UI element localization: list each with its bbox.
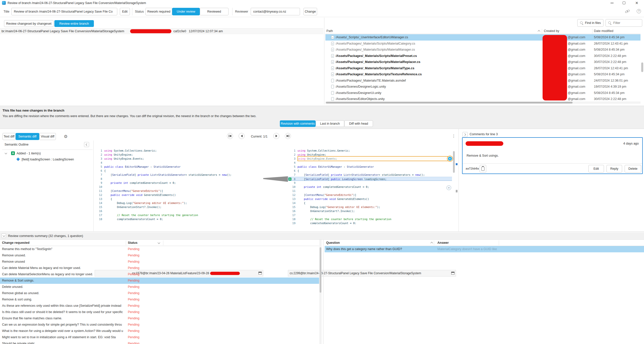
status-option-reviewed[interactable]: Reviewed <box>200 8 229 15</box>
code-line[interactable]: 10 private int completedGeneratorsCount … <box>288 185 452 189</box>
file-row[interactable]: c/Assets/Packages/_Materials/Scripts/Mat… <box>325 59 640 65</box>
code-vscrollbar[interactable] <box>453 149 455 226</box>
link-icon[interactable] <box>625 9 630 14</box>
code-line[interactable]: 4 <box>95 161 263 165</box>
summary-row[interactable]: Remove & Sort usings.Pending <box>0 278 319 284</box>
summary-row[interactable]: Remove unused.Pending <box>0 252 319 259</box>
code-line[interactable]: 11 [ContextMenu("GenerateEditorUi")] <box>95 189 263 193</box>
code-line[interactable]: 12 public override void GenerateUiElemen… <box>95 193 263 197</box>
summary-row[interactable]: Can delete MaterialSelectionMenu as lega… <box>0 271 319 278</box>
collapse-outline-button[interactable] <box>84 142 89 147</box>
code-line[interactable]: 7 [SerializeField] private List<StaticUi… <box>288 173 452 177</box>
close-button[interactable]: ✕ <box>635 0 638 6</box>
code-line[interactable]: 1using System.Collections.Generic; <box>288 149 452 153</box>
code-line[interactable]: 6{ <box>288 169 452 173</box>
summary-row[interactable]: Ensure that file name matches class name… <box>0 315 319 322</box>
code-line[interactable]: 8A [SerializeField] public LoadingScreen… <box>288 177 452 181</box>
filter-input-wrap[interactable] <box>605 19 642 27</box>
add-comment-icon[interactable]: + <box>446 185 451 190</box>
column-change-requested[interactable]: Change requested <box>2 240 29 246</box>
collapse-summary-button[interactable] <box>2 233 6 238</box>
summary-row[interactable]: Remove global as unused.Pending <box>0 290 319 296</box>
diff-more-options-icon[interactable]: ⋮ <box>452 132 456 140</box>
code-line[interactable]: 5public class EditorUiManager : StaticUi… <box>95 165 263 169</box>
code-line[interactable]: 9 <box>288 181 452 185</box>
code-line[interactable]: 17 <box>288 213 452 217</box>
code-line[interactable]: 13 { <box>95 197 263 201</box>
collapse-comments-button[interactable] <box>463 132 468 137</box>
file-row[interactable]: /Assets/Scenes/DesignerUi.unity@gmail.co… <box>325 90 640 96</box>
column-date-modified[interactable]: Date modified <box>594 28 613 34</box>
code-line[interactable]: 10 <box>95 185 263 189</box>
filter-input[interactable] <box>613 21 638 25</box>
column-status[interactable]: Status <box>128 240 137 246</box>
review-by-changeset-button[interactable]: Review changeset by changeset <box>4 20 54 27</box>
summary-row[interactable]: Rename this method to "TestSignIn"Pendin… <box>0 246 319 252</box>
reply-comment-button[interactable]: Reply <box>607 165 622 173</box>
diff-mode-tab-text-diff[interactable]: Text diff <box>3 133 16 140</box>
previous-diff-button[interactable] <box>239 133 245 139</box>
summary-row[interactable]: Can we us an expression body for simple … <box>0 322 319 328</box>
status-option-under-review[interactable]: Under review <box>172 8 200 15</box>
vscroll-thumb[interactable] <box>641 62 643 72</box>
code-line[interactable]: 18 completedGeneratorsCount = 0; <box>95 217 263 221</box>
edit-comment-button[interactable]: Edit <box>588 165 604 173</box>
summary-row[interactable]: Should be private static.Pending <box>0 340 319 344</box>
code-line[interactable]: 5public class EditorUiManager : StaticUi… <box>288 165 452 169</box>
summary-row[interactable]: As these are references only used within… <box>0 303 319 309</box>
find-in-files-button[interactable]: Find in files <box>577 19 603 27</box>
overview-marker-comment[interactable] <box>456 163 458 165</box>
summary-row[interactable]: Remove unusedPending <box>0 259 319 265</box>
code-line[interactable]: 6{ <box>95 169 263 173</box>
summary-vscroll-thumb[interactable] <box>320 247 321 293</box>
change-reviewer-button[interactable]: Change <box>304 8 317 15</box>
code-line[interactable]: 16 OnGenerationStart?.Invoke(); <box>288 209 452 213</box>
edit-title-button[interactable]: Edit <box>120 8 130 15</box>
code-line[interactable]: 3using UnityEngine.Events; <box>95 157 263 161</box>
review-title-input[interactable] <box>11 8 117 15</box>
file-row[interactable]: /Assets/Packages/_Materials/TE.Materials… <box>325 78 640 84</box>
file-list-vscrollbar[interactable] <box>641 34 643 101</box>
file-row[interactable]: c/Assets/Packages/_Materials/Scripts/Mat… <box>325 41 640 47</box>
file-row[interactable]: c/Assets/Packages/_Materials/Scripts/Mat… <box>325 53 640 59</box>
summary-row[interactable]: Remove & sort using.Pending <box>0 296 319 303</box>
code-line[interactable]: 13 public override void GenerateUiElemen… <box>288 197 452 201</box>
summary-vscrollbar[interactable] <box>319 240 322 344</box>
maximize-button[interactable] <box>623 2 625 4</box>
file-row[interactable]: c/Assets/Packages/_Materials/Scripts/Tex… <box>325 71 640 78</box>
code-line[interactable]: 17 // Reset the counter before starting … <box>95 213 263 217</box>
help-icon[interactable]: ? <box>637 9 641 13</box>
code-line[interactable]: 14 Debug.Log("Generating editor UI eleme… <box>95 201 263 205</box>
hscroll-thumb[interactable] <box>326 102 573 104</box>
summary-row[interactable]: Delete unused.Pending <box>0 284 319 290</box>
file-list-hscrollbar[interactable] <box>325 101 640 104</box>
summary-row[interactable]: Might want to set to true in initializat… <box>0 334 319 340</box>
diff-source-tab-diff-with-head[interactable]: Diff with head <box>344 120 373 127</box>
file-row[interactable]: c/Assets/Packages/_Materials/Scripts/Mat… <box>325 65 640 72</box>
diff-source-tab-last-in-branch[interactable]: Last in branch <box>316 120 344 127</box>
column-created-by[interactable]: Created by <box>544 28 559 34</box>
comment-bubble-icon[interactable]: C <box>447 156 453 162</box>
summary-row[interactable]: Is this class still used or should it be… <box>0 309 319 315</box>
code-line[interactable]: 12 [ContextMenu("GenerateEditorUi")] <box>288 193 452 197</box>
qa-row[interactable]: Why does this get a category name rather… <box>325 246 644 252</box>
diff-mode-tab-semantic-diff[interactable]: Semantic diff <box>16 133 39 140</box>
chevron-down-icon[interactable] <box>5 152 7 154</box>
file-row[interactable]: /Assets/Scenes/DesignerLogic.unity@gmail… <box>325 84 640 90</box>
summary-row[interactable]: Can delete Material Menu as legacy and n… <box>0 265 319 271</box>
code-line[interactable]: 15 OnGenerationStart?.Invoke(); <box>95 205 263 209</box>
copy-id-button[interactable] <box>480 165 486 173</box>
code-line[interactable]: 8 <box>95 177 263 181</box>
code-line[interactable]: 14 { <box>288 201 452 205</box>
code-line[interactable]: 19 completedGeneratorsCount = 0; <box>288 221 452 224</box>
minimize-button[interactable] <box>611 3 614 3</box>
column-question[interactable]: Question <box>326 240 340 246</box>
column-answer[interactable]: Answer <box>437 240 449 246</box>
first-diff-button[interactable] <box>227 133 233 139</box>
code-line[interactable]: 7 [SerializeField] private List<StaticUi… <box>95 173 263 177</box>
summary-row[interactable]: What is the reason for using a delegate … <box>0 328 319 334</box>
file-row[interactable]: c/Assets/Packages/_Materials/Scripts/Mat… <box>325 47 640 53</box>
code-line[interactable]: 15 Debug.Log("Generating editor UI eleme… <box>288 205 452 209</box>
outline-group-row[interactable]: A Added - 1 item(s) <box>2 151 92 156</box>
code-line[interactable]: 2using UnityEngine; <box>95 153 263 157</box>
